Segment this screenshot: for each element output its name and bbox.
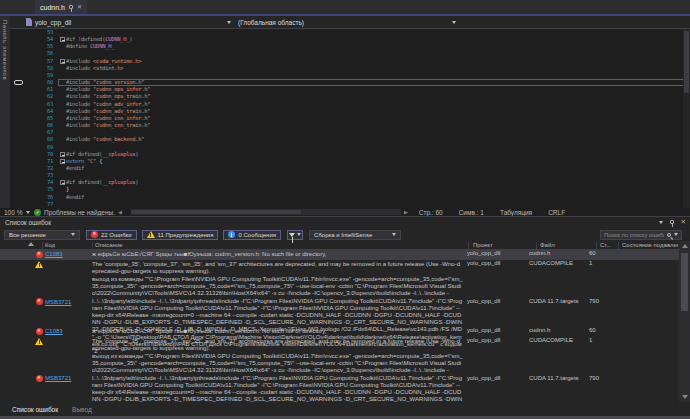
code-line-body[interactable]: #include "cudnn_adv_infer.h" — [58, 101, 690, 108]
breakpoint-margin[interactable] — [10, 186, 32, 193]
error-code-link[interactable] — [45, 337, 92, 338]
breakpoint-margin[interactable] — [10, 151, 32, 158]
status-indent-mode[interactable]: Табуляция — [492, 209, 540, 216]
close-icon[interactable]: ✕ — [77, 4, 82, 10]
breakpoint-margin[interactable] — [10, 50, 32, 57]
code-line-body[interactable]: #endif — [58, 165, 690, 172]
column-header-code[interactable]: Код — [45, 242, 55, 248]
pin-icon[interactable] — [670, 220, 674, 224]
breakpoint-margin[interactable] — [10, 158, 32, 165]
scroll-up-icon[interactable] — [682, 244, 688, 248]
window-position-icon[interactable] — [659, 221, 663, 224]
editor-horizontal-scrollbar[interactable] — [131, 209, 401, 215]
collapse-region-icon[interactable] — [60, 59, 65, 64]
errors-filter-button[interactable]: ✕ 22 Ошибки — [86, 230, 137, 240]
tab-output[interactable]: Вывод — [72, 406, 92, 413]
collapse-region-icon[interactable] — [60, 37, 65, 42]
error-code-link[interactable]: C1083 — [45, 327, 92, 334]
breakpoint-margin[interactable] — [10, 136, 32, 143]
error-row[interactable]: ✕MSB3721выход из команды ""C:\Program Fi… — [0, 275, 679, 327]
pin-icon[interactable] — [69, 5, 73, 9]
error-row[interactable]: ✕C1083ж ефрьСе юСЬЕ√СЯГ Ѕрщы тьы■Юуэъша:… — [0, 327, 679, 337]
code-editor[interactable]: 5354#if !defined(CUDNN_H_)55#define CUDN… — [10, 29, 690, 208]
error-row[interactable]: ✕MSB3721выход из команды ""C:\Program Fi… — [0, 352, 679, 402]
code-line-body[interactable]: #if !defined(CUDNN_H_) — [58, 36, 690, 43]
toolbox-tab-rail[interactable]: Панель элементов — [0, 16, 10, 216]
tab-cudnn-h[interactable]: cudnn.h ✕ — [35, 0, 87, 14]
error-row[interactable]: The 'compute_35', 'compute_37', 'sm_35',… — [0, 337, 679, 352]
code-line-body[interactable]: #define CUDNN_H_ — [58, 43, 690, 50]
source-filter-dropdown[interactable]: Сборка и IntelliSense — [309, 230, 401, 240]
search-input[interactable]: Поиск по списку ошибок — [600, 230, 682, 240]
code-line-body[interactable] — [58, 50, 690, 57]
code-line-body[interactable]: #include <stdint.h> — [58, 65, 690, 72]
column-header-suppression[interactable]: Состояние подавлен... — [622, 242, 678, 248]
code-line-body[interactable]: #include "cudnn_cnn_infer.h" — [58, 115, 690, 122]
filter-button[interactable] — [287, 230, 303, 240]
errorlist-vertical-scrollbar[interactable] — [679, 241, 690, 402]
breakpoint-margin[interactable] — [10, 129, 32, 136]
breakpoint-margin[interactable] — [10, 179, 32, 186]
severity-sort-icon[interactable] — [28, 242, 34, 246]
column-header-description[interactable]: Описание — [95, 242, 123, 248]
code-line-body[interactable]: #include "cudnn_version.h" — [58, 79, 690, 86]
scroll-right-icon[interactable]: ▶ — [401, 209, 411, 215]
breakpoint-margin[interactable] — [10, 43, 32, 50]
error-row[interactable]: ✕C1083ж ефрьСе юСЬЕ√СЯГ Ѕрщы тьы■Юуэъша:… — [0, 250, 679, 260]
breakpoint-margin[interactable] — [10, 93, 32, 100]
code-line-body[interactable]: #include "cudnn_ops_infer.h" — [58, 86, 690, 93]
error-code-link[interactable]: C1083 — [45, 250, 92, 257]
code-line-body[interactable]: extern "C" { — [58, 158, 690, 165]
code-line-body[interactable] — [58, 29, 690, 36]
breakpoint-margin[interactable] — [10, 65, 32, 72]
collapse-region-icon[interactable] — [60, 180, 65, 185]
breakpoint-margin[interactable] — [10, 144, 32, 151]
code-line-body[interactable]: #include "cudnn_ops_train.h" — [58, 93, 690, 100]
code-line-body[interactable]: #include <cuda_runtime.h> — [58, 58, 690, 65]
zoom-dropdown[interactable]: 100 % — [0, 209, 34, 216]
chevron-down-icon[interactable] — [227, 21, 231, 24]
scope-filter-dropdown[interactable]: Все решение — [4, 230, 80, 240]
code-line-body[interactable] — [58, 172, 690, 179]
collapse-region-icon[interactable] — [60, 152, 65, 157]
code-line-body[interactable]: #if defined(__cplusplus) — [58, 179, 690, 186]
status-eol-mode[interactable]: CRLF — [540, 209, 573, 216]
breakpoint-margin[interactable] — [10, 29, 32, 36]
scroll-left-icon[interactable]: ◀ — [115, 209, 125, 215]
chevron-down-icon[interactable] — [452, 21, 456, 24]
scrollbar-thumb[interactable] — [131, 210, 301, 214]
tab-error-list[interactable]: Список ошибок — [12, 406, 58, 413]
code-line-body[interactable] — [58, 129, 690, 136]
error-code-link[interactable] — [45, 260, 92, 261]
breakpoint-margin[interactable] — [10, 165, 32, 172]
scrollbar-thumb[interactable] — [684, 31, 689, 93]
scroll-down-icon[interactable] — [682, 395, 688, 399]
breakpoint-margin[interactable] — [10, 86, 32, 93]
breakpoint-margin[interactable] — [10, 108, 32, 115]
breakpoint-margin[interactable] — [10, 201, 32, 208]
error-row[interactable]: The 'compute_35', 'compute_37', 'sm_35',… — [0, 260, 679, 275]
breakpoint-margin[interactable] — [10, 194, 32, 201]
code-line-body[interactable]: #include "cudnn_adv_train.h" — [58, 108, 690, 115]
error-code-link[interactable]: MSB3721 — [45, 374, 92, 381]
editor-vertical-scrollbar[interactable] — [683, 29, 690, 208]
collapse-region-icon[interactable] — [60, 159, 65, 164]
chevron-down-icon[interactable] — [674, 233, 678, 236]
code-line-body[interactable]: #if defined(__cplusplus) — [58, 151, 690, 158]
warnings-filter-button[interactable]: 11 Предупреждения — [142, 230, 219, 240]
messages-filter-button[interactable]: 0 Сообщения — [223, 230, 281, 240]
code-line-body[interactable] — [58, 201, 690, 208]
code-line-body[interactable]: #include "cudnn_backend.h" — [58, 136, 690, 143]
code-line-body[interactable]: #endif — [58, 194, 690, 201]
breakpoint-margin[interactable] — [10, 58, 32, 65]
search-icon[interactable] — [667, 233, 671, 237]
scope-dropdown[interactable]: (Глобальная область) — [238, 16, 304, 28]
breakpoint-margin[interactable] — [10, 101, 32, 108]
breakpoint-margin[interactable] — [10, 36, 32, 43]
column-header-line[interactable]: Ст... — [600, 242, 611, 248]
breakpoint-margin[interactable] — [10, 122, 32, 129]
code-line-body[interactable] — [58, 144, 690, 151]
scrollbar-thumb[interactable] — [681, 253, 688, 311]
close-icon[interactable]: ✕ — [681, 219, 686, 226]
code-line-body[interactable] — [58, 72, 690, 79]
